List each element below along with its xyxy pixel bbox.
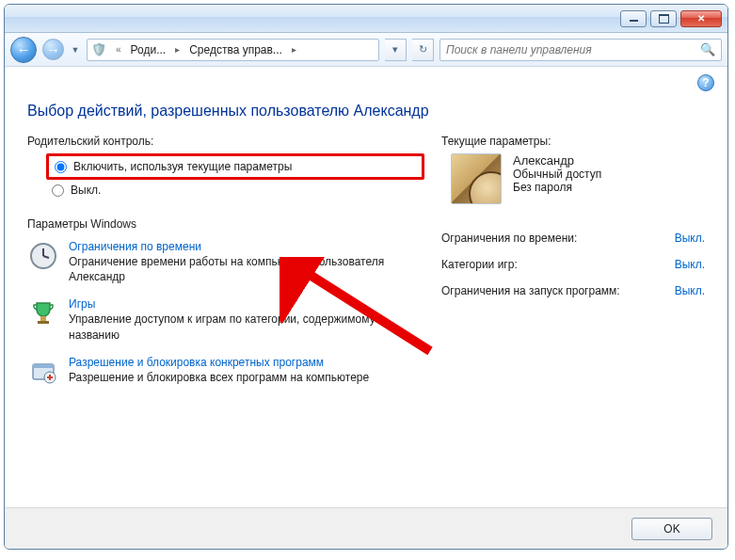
parental-on-label: Включить, используя текущие параметры (73, 160, 292, 173)
chevron-right-icon: ▸ (288, 44, 300, 55)
nav-back-button[interactable]: ← (10, 37, 37, 63)
help-icon[interactable]: ? (697, 74, 714, 91)
address-dropdown-button[interactable]: ▾ (385, 39, 407, 61)
minimize-button[interactable] (620, 10, 647, 27)
close-button[interactable]: ✕ (680, 10, 722, 27)
svg-rect-3 (40, 316, 46, 321)
option-apps-link[interactable]: Разрешение и блокировка конкретных прогр… (69, 356, 324, 369)
parental-off-input[interactable] (52, 184, 64, 197)
breadcrumb-chevron: « (112, 44, 125, 55)
option-games-desc: Управление доступом к играм по категории… (69, 312, 424, 342)
parental-on-input[interactable] (55, 161, 67, 173)
parental-off-label: Выкл. (71, 184, 101, 197)
chevron-right-icon: ▸ (171, 44, 184, 55)
content-area: ? Выбор действий, разрешенных пользовате… (5, 67, 727, 507)
windows-params-head: Параметры Windows (27, 217, 424, 231)
footer: OK (5, 507, 727, 549)
nav-forward-button[interactable]: → (42, 39, 64, 60)
setting-games-row: Категории игр: Выкл. (441, 251, 705, 278)
search-input[interactable] (446, 43, 700, 56)
setting-apps-row: Ограничения на запуск программ: Выкл. (441, 278, 705, 304)
refresh-button[interactable]: ↻ (412, 39, 434, 61)
setting-apps-value[interactable]: Выкл. (675, 284, 705, 297)
setting-time-label: Ограничения по времени: (441, 232, 577, 245)
user-role: Обычный доступ (513, 168, 601, 181)
maximize-button[interactable] (650, 10, 677, 27)
titlebar: ✕ (5, 5, 727, 33)
parental-control-head: Родительский контроль: (27, 135, 424, 148)
user-card: Александр Обычный доступ Без пароля (451, 153, 705, 204)
option-time-link[interactable]: Ограничения по времени (69, 240, 201, 253)
parental-on-radio[interactable]: Включить, используя текущие параметры (46, 153, 424, 180)
option-apps-desc: Разрешение и блокировка всех программ на… (69, 370, 369, 385)
setting-time-value[interactable]: Выкл. (675, 232, 705, 245)
setting-apps-label: Ограничения на запуск программ: (441, 284, 620, 297)
programs-icon (27, 356, 59, 388)
svg-rect-6 (33, 364, 54, 368)
address-bar[interactable]: 🛡️ « Роди... ▸ Средства управ... ▸ (87, 39, 379, 61)
option-apps: Разрешение и блокировка конкретных прогр… (27, 356, 424, 388)
user-password-status: Без пароля (513, 181, 601, 194)
svg-rect-4 (38, 321, 49, 324)
breadcrumb-level2[interactable]: Средства управ... (189, 43, 282, 56)
control-panel-icon: 🛡️ (91, 42, 106, 57)
ok-button[interactable]: OK (631, 518, 712, 540)
left-column: Родительский контроль: Включить, использ… (27, 135, 424, 401)
parental-off-radio[interactable]: Выкл. (46, 180, 424, 200)
option-time-desc: Ограничение времени работы на компьютере… (69, 254, 424, 284)
setting-games-value[interactable]: Выкл. (675, 258, 705, 271)
nav-history-dropdown[interactable]: ▼ (70, 37, 81, 63)
breadcrumb-level1[interactable]: Роди... (131, 43, 167, 56)
search-icon: 🔍 (700, 42, 715, 56)
option-time: Ограничения по времени Ограничение време… (27, 240, 424, 284)
search-box[interactable]: 🔍 (439, 39, 722, 61)
right-column: Текущие параметры: Александр Обычный дос… (441, 135, 705, 401)
current-params-head: Текущие параметры: (441, 135, 705, 148)
window: ✕ ← → ▼ 🛡️ « Роди... ▸ Средства управ...… (4, 4, 728, 550)
page-title: Выбор действий, разрешенных пользователю… (27, 103, 705, 120)
trophy-icon (27, 297, 59, 329)
option-games-link[interactable]: Игры (69, 297, 95, 311)
navbar: ← → ▼ 🛡️ « Роди... ▸ Средства управ... ▸… (5, 33, 727, 67)
avatar (451, 153, 502, 204)
setting-time-row: Ограничения по времени: Выкл. (441, 225, 705, 251)
option-games: Игры Управление доступом к играм по кате… (27, 297, 424, 342)
clock-icon (27, 240, 59, 272)
user-name: Александр (513, 153, 601, 168)
setting-games-label: Категории игр: (441, 258, 518, 271)
